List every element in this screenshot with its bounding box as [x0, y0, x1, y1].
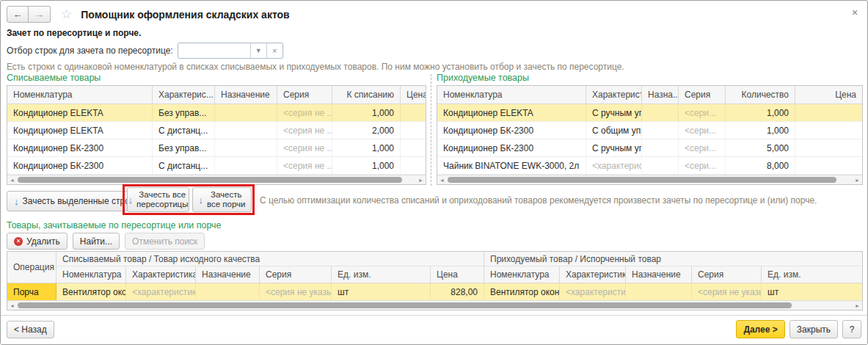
favorite-star-icon[interactable]: ☆ [61, 7, 72, 22]
combo-dropdown-button[interactable]: ▼ [250, 43, 266, 58]
close-label: Закрыть [797, 324, 831, 335]
column-header[interactable]: Серия [692, 266, 762, 283]
cell-series: <серия не ... [277, 104, 332, 121]
offset-all-regrading-label: Зачесть всепересортицы [136, 190, 188, 209]
find-button[interactable]: Найти... [73, 233, 120, 250]
column-header[interactable]: Характеристика [560, 266, 626, 283]
cell-characteristic: <характеристики... [126, 283, 196, 300]
help-label: ? [850, 324, 855, 335]
column-header[interactable]: К списанию [332, 86, 401, 104]
regrading-filter-label: Отбор строк для зачета по пересортице: [7, 46, 173, 56]
scroll-right-icon: ► [418, 176, 423, 184]
cell-operation: Порча [7, 283, 56, 300]
offset-all-damage-label: Зачестьвсе порчи [207, 190, 246, 209]
combo-clear-button[interactable]: × [266, 43, 282, 58]
h-scrollbar[interactable]: ◄ ► [7, 175, 426, 184]
table-row[interactable]: Кондиционер БК-2300 С ручным упр... <сер… [437, 139, 862, 157]
offset-all-regrading-button[interactable]: ↓ Зачесть всепересортицы [127, 187, 189, 212]
h-scrollbar[interactable]: ◄ ► [7, 300, 862, 310]
column-header[interactable]: Назначение [196, 266, 260, 283]
column-header[interactable]: Назначение [215, 86, 277, 104]
cell-characteristic: Без управ... [153, 139, 215, 156]
cell-series: <сери... [679, 122, 726, 139]
delete-button[interactable]: ✕ Удалить [7, 233, 68, 250]
column-header[interactable]: Цена [795, 86, 862, 104]
back-arrow-icon: ← [13, 9, 23, 20]
offset-down-icon: ↓ [199, 195, 204, 206]
cell-characteristic: С дистанц... [153, 157, 215, 174]
back-nav-button[interactable]: ← [7, 6, 29, 23]
window-title: Помощник оформления складских актов [81, 9, 289, 21]
cell-series: <серия не указы... [260, 283, 332, 300]
regrading-info-text: Есть строки с одинаковой номенклатурой в… [7, 62, 624, 72]
cell-qty: 1,000 [332, 104, 401, 121]
receipt-group-header[interactable]: Приходуемый товар / Испорченный товар [484, 252, 862, 266]
clear-icon: × [272, 46, 277, 55]
cell-characteristic: С ручным упр... [586, 104, 642, 121]
offset-selected-rows-button[interactable]: ↓ Зачесть выделенные строки [7, 191, 146, 211]
close-button[interactable]: Закрыть [789, 320, 838, 338]
table-row[interactable]: Кондиционер БК-2300 Без управ... <серия … [7, 139, 426, 157]
writeoff-header-row: Номенклатура Характерис... Назначение Се… [7, 86, 426, 104]
column-header[interactable]: Номенклатура [7, 86, 153, 104]
scroll-right-icon: ► [855, 176, 860, 184]
column-header[interactable]: Ед. изм. [332, 266, 431, 283]
cell-purpose [215, 104, 277, 121]
table-row[interactable]: Кондиционер БК-2300 С дистанц... <серия … [7, 157, 426, 175]
writeoff-panel-title: Списываемые товары [7, 73, 101, 83]
cell-series: <серия не указы... [692, 283, 762, 300]
column-header[interactable]: Номенклатура [484, 266, 560, 283]
cell-purpose [642, 157, 679, 174]
column-header[interactable]: Серия [260, 266, 332, 283]
column-header[interactable]: Цена [431, 266, 484, 283]
cell-unit: шт [762, 283, 862, 300]
column-header[interactable]: Номенклатура [437, 86, 586, 104]
column-header[interactable]: Характеристика [586, 86, 642, 104]
cell-nomenclature: Кондиционер ELEKTA [437, 104, 586, 121]
column-header[interactable]: Серия [679, 86, 726, 104]
back-button[interactable]: < Назад [7, 321, 54, 338]
scrollbar-thumb[interactable] [18, 302, 792, 308]
operation-column-header[interactable]: Операция [7, 252, 56, 283]
table-row[interactable]: Кондиционер ELEKTA С дистанц... <серия н… [7, 122, 426, 139]
scroll-right-icon: ► [855, 302, 860, 310]
next-label: Далее > [743, 324, 777, 335]
column-header[interactable]: Характерис... [153, 86, 215, 104]
nav-button-group: ← → [7, 6, 51, 23]
column-header[interactable]: Номенклатура [56, 266, 126, 283]
next-button[interactable]: Далее > [736, 320, 784, 338]
cell-purpose [642, 122, 679, 139]
regrading-filter-input[interactable] [178, 43, 250, 58]
cell-qty: 1,000 [726, 122, 795, 139]
table-row[interactable]: Чайник BINATONE EWK-3000, 2л <характерис… [437, 157, 862, 175]
column-header[interactable]: Характеристика [126, 266, 196, 283]
scroll-left-icon: ◄ [10, 176, 15, 184]
forward-nav-button[interactable]: → [29, 6, 51, 23]
close-window-button[interactable]: × [849, 7, 861, 19]
back-label: < Назад [14, 324, 47, 335]
column-header[interactable]: Цена [401, 86, 426, 104]
table-row[interactable]: Кондиционер ELEKTA С ручным упр... <сери… [437, 104, 862, 122]
cell-nomenclature: Чайник BINATONE EWK-3000, 2л [437, 157, 586, 174]
find-label: Найти... [80, 236, 112, 247]
cell-series: <серия не ... [277, 122, 332, 139]
h-scrollbar[interactable]: ◄ ► [437, 175, 862, 184]
scrollbar-thumb[interactable] [18, 177, 402, 183]
cell-characteristic: С дистанц... [153, 122, 215, 139]
offset-all-damage-button[interactable]: ↓ Зачестьвсе порчи [192, 187, 252, 212]
column-header[interactable]: Ед. изм. [762, 266, 862, 283]
column-header[interactable]: Количество [726, 86, 795, 104]
table-row[interactable]: Порча Вентилятор окон... <характеристики… [7, 283, 862, 300]
offset-selected-label: Зачесть выделенные строки [23, 196, 139, 206]
cell-price [795, 157, 862, 174]
cancel-search-button[interactable]: Отменить поиск [125, 233, 205, 250]
writeoff-group-header[interactable]: Списываемый товар / Товар исходного каче… [56, 252, 484, 266]
table-row[interactable]: Кондиционер ELEKTA Без управ... <серия н… [7, 104, 426, 122]
table-row[interactable]: Кондиционер БК-2300 С общим упра... <сер… [437, 122, 862, 139]
column-header[interactable]: Серия [277, 86, 332, 104]
help-button[interactable]: ? [842, 320, 861, 338]
column-header[interactable]: Назна... [642, 86, 679, 104]
scrollbar-thumb[interactable] [448, 177, 836, 183]
column-header[interactable]: Назначение [626, 266, 692, 283]
cell-qty: 5,000 [726, 139, 795, 156]
